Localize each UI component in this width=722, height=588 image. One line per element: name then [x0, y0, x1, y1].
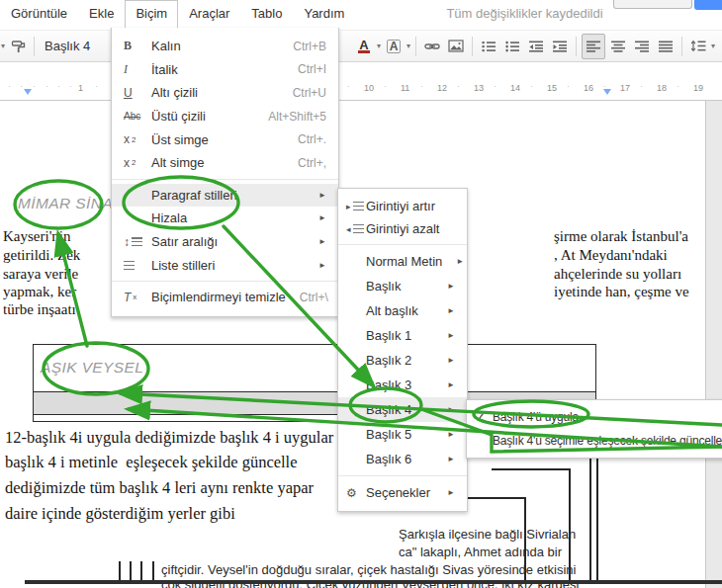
menu-item-label: Başlık 6 [366, 452, 411, 466]
ruler-tick: · [57, 81, 60, 91]
submenu-arrow-icon: ► [305, 237, 326, 246]
ruler-tick: · [95, 81, 98, 91]
align-right-button[interactable] [631, 35, 653, 58]
indent-more-icon: ▸ [346, 202, 366, 211]
menu-item-label: Altı çizili [151, 85, 198, 100]
doc-paragraph-line[interactable]: dediğimizde tüm başlık 4 leri aynı renkt… [5, 478, 314, 498]
menu-item-hizala[interactable]: Hizala► [112, 207, 338, 230]
table-border-line [596, 453, 598, 581]
line-spacing-button[interactable] [687, 35, 709, 58]
doc-paragraph-line[interactable]: getirildi. Zek [3, 247, 80, 264]
chevron-down-icon[interactable]: ▾ [406, 42, 410, 50]
menubar-item-tools[interactable]: Araçlar [178, 0, 240, 28]
menu-item-basl-k-4-u-secimle-eslesecek-sekilde-guncelle[interactable]: Başlık 4'ü seçimle eşleşecek şekilde gün… [467, 429, 722, 453]
line-spacing-icon [690, 40, 706, 52]
menu-item-basl-k-4-u-uygula[interactable]: ✓Başlık 4'ü uygula [467, 405, 722, 429]
menu-item-bicimlendirmeyi-temizle[interactable]: TxBiçimlendirmeyi temizleCtrl+\ [112, 286, 338, 309]
increase-indent-button[interactable] [549, 35, 571, 58]
doc-paragraph-line[interactable]: yapmak, ker [3, 284, 76, 300]
menu-item-basl-k-2[interactable]: Başlık 2► [338, 348, 467, 373]
menu-item-label: Başlık 5 [366, 427, 411, 442]
checkmark-icon: ✓ [475, 410, 493, 425]
doc-heading-asik-veysel[interactable]: AŞIK VEYSEL [41, 359, 143, 377]
doc-paragraph-line[interactable]: saraya verile [3, 266, 78, 283]
menu-item-ustu-cizili[interactable]: AbcÜstü çiziliAlt+Shift+5 [112, 105, 338, 128]
right-indent-marker[interactable] [603, 89, 611, 95]
menubar-item-view[interactable]: Görüntüle [0, 0, 78, 28]
numbered-list-button[interactable] [478, 35, 499, 58]
menu-item-ust-simge[interactable]: x2Üst simgeCtrl+. [112, 127, 338, 151]
gear-icon: ⚙ [346, 486, 366, 500]
align-center-button[interactable] [607, 35, 629, 58]
doc-paragraph-line[interactable]: türbe inşaatı [3, 301, 76, 318]
menubar-item-insert[interactable]: Ekle [78, 0, 125, 28]
menu-item-basl-k-4[interactable]: Başlık 4► [338, 397, 467, 422]
ruler-number: 14 [510, 83, 520, 93]
align-justify-icon [659, 41, 674, 52]
chevron-down-icon[interactable]: ▾ [711, 42, 715, 50]
menubar-item-help[interactable]: Yardım [293, 0, 355, 28]
text-color-icon: A [358, 40, 369, 53]
insert-image-button[interactable] [445, 35, 467, 58]
strikethrough-icon: Abc [124, 111, 151, 122]
doc-paragraph-line[interactable]: 12-başlık 4i uygula dediğimizde başlık 4… [5, 428, 333, 448]
menu-item-alt-basl-k[interactable]: Alt başlık► [338, 298, 467, 323]
menu-item-label: Başlık 1 [366, 328, 411, 343]
ruler-number: 17 [620, 83, 630, 93]
decrease-indent-button[interactable] [525, 35, 547, 58]
menu-item-liste-stilleri[interactable]: Liste stilleri► [112, 253, 338, 277]
table-border-line [569, 468, 571, 581]
menu-item-sat-r-aral-g[interactable]: ↕Satır aralığı► [112, 230, 338, 254]
menu-item-label: Seçenekler [366, 485, 430, 500]
menu-item-label: İtalik [151, 62, 178, 77]
text-color-button[interactable]: A [353, 35, 375, 58]
toolbar-separator [472, 37, 473, 56]
insert-link-button[interactable] [421, 35, 443, 58]
menu-item-secenekler[interactable]: ⚙Seçenekler► [338, 480, 467, 505]
menu-item-label: Üstü çizili [151, 109, 206, 124]
table-border-line [524, 497, 526, 581]
menu-item-alt-cizili[interactable]: UAltı çiziliCtrl+U [112, 81, 338, 105]
doc-paragraph-line[interactable]: , At Meydanı'ndaki [554, 247, 668, 264]
menu-item-basl-k-5[interactable]: Başlık 5► [338, 422, 467, 447]
menu-item-basl-k-6[interactable]: Başlık 6► [338, 447, 467, 471]
menu-item-label: Üst simge [151, 132, 209, 147]
paint-format-button[interactable] [7, 35, 29, 58]
menu-item-paragraf-stilleri[interactable]: Paragraf stilleri► [112, 184, 338, 208]
menubar-item-table[interactable]: Tablo [240, 0, 293, 28]
menu-item-basl-k-1[interactable]: Başlık 1► [338, 323, 467, 348]
share-button[interactable] [694, 0, 722, 10]
menu-item-alt-simge[interactable]: x2Alt simgeCtrl+, [112, 151, 338, 175]
menu-item-kal-n[interactable]: BKalınCtrl+B [112, 35, 338, 58]
align-left-icon [587, 41, 601, 52]
style-selector[interactable]: Başlık 4 [39, 39, 96, 53]
highlight-color-button[interactable]: A [383, 35, 405, 58]
menu-item-basl-k-3[interactable]: Başlık 3► [338, 373, 467, 397]
left-indent-marker[interactable] [24, 89, 32, 95]
menu-item-basl-k[interactable]: Başlık► [338, 274, 467, 298]
menu-item-girintiyi-art-r[interactable]: ▸Girintiyi artır [338, 195, 467, 217]
doc-paragraph-line[interactable]: iyetinde han, çeşme ve [554, 284, 689, 300]
align-left-button[interactable] [582, 34, 605, 59]
doc-paragraph-line[interactable]: ahçelerinde su yolları [554, 266, 681, 283]
menubar-item-format[interactable]: Biçim [125, 0, 178, 28]
bulleted-list-button[interactable] [501, 35, 523, 58]
doc-paragraph-line[interactable]: daire içinde gösterdiğim yerler gibi [5, 504, 235, 524]
menu-item-girintiyi-azalt[interactable]: ◂Girintiyi azalt [338, 217, 467, 240]
doc-paragraph-line[interactable]: Kayseri'nin [3, 228, 71, 245]
menu-item-label: Başlık 4 [366, 402, 411, 417]
menu-item-normal-metin[interactable]: Normal Metin► [338, 249, 467, 274]
increase-indent-icon [553, 41, 568, 52]
chevron-down-icon[interactable]: ▾ [377, 42, 381, 50]
chevron-down-icon[interactable]: ▾ [1, 42, 5, 50]
doc-paragraph-line[interactable]: Şarkışla ilçesine bağlı Sivrialan [399, 527, 576, 542]
doc-paragraph-line[interactable]: başlık 4 i metinle eşleşecek şekilde gün… [5, 453, 298, 472]
ruler-number: 15 [547, 83, 557, 93]
doc-paragraph-line[interactable]: şirme olarak İstanbul'a [554, 228, 688, 245]
doc-paragraph-line[interactable]: çiftçidir. Veysel'in doğduğu sıralar, çi… [161, 562, 576, 577]
doc-heading-mimar-sinan[interactable]: MİMAR SİNAN [18, 195, 125, 212]
menu-item-italik[interactable]: IİtalikCtrl+I [112, 58, 338, 82]
doc-paragraph-line[interactable]: ca" lakaplı, Ahmet adında bir [399, 545, 562, 559]
align-justify-button[interactable] [655, 35, 677, 58]
comments-button[interactable] [613, 0, 692, 9]
